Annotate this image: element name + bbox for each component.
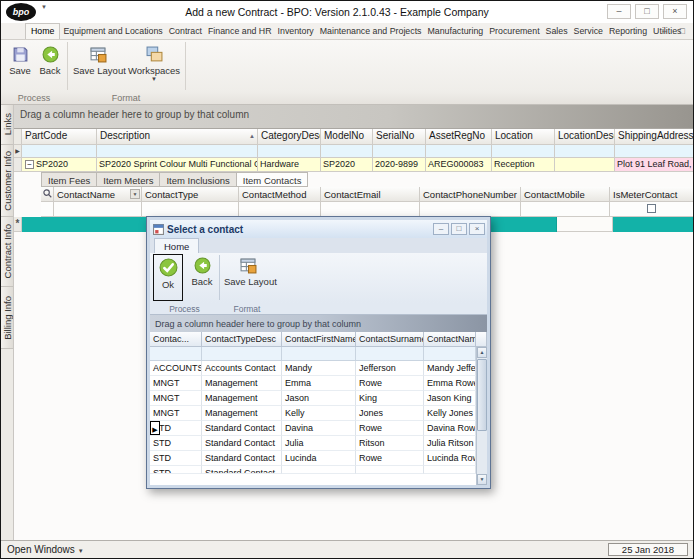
dialog-grid-row[interactable]: ACCOUNTSAccounts ContactMandyJeffersonMa… (150, 361, 487, 376)
dialog-column-header-contactsurname[interactable]: ContactSurname (356, 332, 424, 347)
detail-tab-item-meters[interactable]: Item Meters (96, 172, 159, 187)
close-button[interactable]: × (663, 4, 687, 19)
dialog-filter-cell-contactfirstname[interactable] (282, 347, 356, 361)
data-cell-shippingaddress[interactable]: Plot 91 Leaf Road, Fo (615, 158, 694, 172)
dialog-close-button[interactable]: × (469, 223, 485, 235)
detail-column-header-contactmobile[interactable]: ContactMobile (521, 187, 610, 202)
detail-column-header-ismetercontact[interactable]: IsMeterContact (610, 187, 694, 202)
column-header-location[interactable]: Location (492, 129, 555, 145)
grid-data-row[interactable]: −SP2020SP2020 Sprint Colour Multi Functi… (14, 158, 693, 172)
detail-tab-item-contacts[interactable]: Item Contacts (236, 172, 309, 187)
dialog-maximize-button[interactable]: □ (451, 223, 467, 235)
column-header-shippingaddress[interactable]: ShippingAddress (615, 129, 694, 145)
ribbon-tab-manufacturing[interactable]: Manufacturing (424, 23, 486, 40)
sidebar-tab-contract-info[interactable]: Contract Info (1, 217, 13, 287)
new-row-highlight[interactable] (613, 217, 694, 232)
column-header-serialno[interactable]: SerialNo (373, 129, 426, 145)
data-cell-partcode[interactable]: −SP2020 (22, 158, 97, 172)
sidebar-tab-billing-info[interactable]: Billing Info (1, 287, 13, 349)
minimize-button[interactable]: – (607, 4, 631, 19)
detail-tab-item-fees[interactable]: Item Fees (41, 172, 96, 187)
ribbon-minimize-icon[interactable]: – (662, 26, 667, 36)
detail-tab-item-inclusions[interactable]: Item Inclusions (159, 172, 235, 187)
maximize-button[interactable]: □ (635, 4, 659, 19)
title-bar[interactable]: bpo ▼ Add a new Contract - BPO: Version … (1, 1, 693, 23)
dialog-filter-cell-contactname[interactable] (424, 347, 476, 361)
filter-cell-locationdesc[interactable] (555, 145, 615, 158)
data-cell-locationdesc[interactable] (555, 158, 615, 172)
filter-dropdown-icon[interactable]: ▼ (130, 189, 140, 199)
quick-access-dropdown-icon[interactable]: ▼ (41, 4, 47, 10)
data-cell-serialno[interactable]: 2020-9899 (373, 158, 426, 172)
collapse-row-button[interactable]: − (25, 160, 34, 169)
scroll-up-button[interactable]: ▲ (477, 347, 487, 358)
group-by-panel[interactable]: Drag a column header here to group by th… (14, 105, 693, 129)
dialog-filter-cell-contacttypedesc[interactable] (202, 347, 282, 361)
column-header-partcode[interactable]: PartCode (22, 129, 97, 145)
ok-button[interactable]: Ok (153, 254, 183, 301)
detail-filter-cell-contactemail[interactable] (321, 202, 420, 217)
detail-filter-cell-contactmethod[interactable] (239, 202, 321, 217)
dialog-tab-home[interactable]: Home (154, 238, 199, 253)
back-button[interactable]: Back (35, 42, 65, 90)
checkbox-filter-icon[interactable] (647, 204, 656, 213)
ribbon-tab-inventory[interactable]: Inventory (275, 23, 317, 40)
column-header-locationdesc[interactable]: LocationDesc (555, 129, 615, 145)
detail-column-header-contactname[interactable]: ContactName▼ (54, 187, 142, 202)
dialog-grid-row[interactable]: MNGTManagementJasonKingJason King (150, 391, 487, 406)
save-button[interactable]: Save (5, 42, 35, 90)
filter-cell-description[interactable] (97, 145, 258, 158)
detail-column-header-contactmethod[interactable]: ContactMethod (239, 187, 321, 202)
dialog-minimize-button[interactable]: – (433, 223, 449, 235)
dialog-grid-row[interactable]: STDStandard ContactLucindaRoweLucinda Ro… (150, 451, 487, 466)
column-header-categorydesc[interactable]: CategoryDesc (258, 129, 321, 145)
detail-filter-cell-contactphonenumber[interactable] (420, 202, 521, 217)
column-header-assetregno[interactable]: AssetRegNo (426, 129, 492, 145)
dialog-grid-row[interactable]: MNGTManagementKellyJonesKelly Jones (150, 406, 487, 421)
dialog-column-header-contac[interactable]: Contac... (150, 332, 202, 347)
workspaces-button[interactable]: Workspaces ▼ (125, 42, 183, 90)
ribbon-options-icon[interactable]: □ (680, 26, 685, 36)
detail-filter-cell-contactname[interactable] (54, 202, 142, 217)
filter-cell-modelno[interactable] (321, 145, 373, 158)
filter-cell-serialno[interactable] (373, 145, 426, 158)
column-header-modelno[interactable]: ModelNo (321, 129, 373, 145)
ribbon-tab-home[interactable]: Home (25, 23, 60, 40)
sidebar-tab-links[interactable]: Links (1, 105, 13, 145)
ribbon-tab-equipment-and-locations[interactable]: Equipment and Locations (60, 23, 165, 40)
dialog-save-layout-button[interactable]: Save Layout (224, 254, 272, 301)
data-cell-categorydesc[interactable]: Hardware (258, 158, 321, 172)
save-layout-button[interactable]: Save Layout (73, 42, 123, 90)
scrollbar-thumb[interactable] (477, 359, 487, 431)
ribbon-tab-service[interactable]: Service (571, 23, 606, 40)
filter-cell-categorydesc[interactable] (258, 145, 321, 158)
dialog-filter-cell-contac[interactable] (150, 347, 202, 361)
dialog-column-header-contacttypedesc[interactable]: ContactTypeDesc (202, 332, 282, 347)
data-cell-assetregno[interactable]: AREG000083 (426, 158, 492, 172)
ribbon-tab-sales[interactable]: Sales (543, 23, 571, 40)
sidebar-tab-customer-info[interactable]: Customer Info (1, 145, 13, 217)
ribbon-tab-maintenance-and-projects[interactable]: Maintenance and Projects (317, 23, 425, 40)
detail-filter-cell-ismetercontact[interactable] (610, 202, 694, 217)
filter-cell-shippingaddress[interactable] (615, 145, 694, 158)
filter-cell-assetregno[interactable] (426, 145, 492, 158)
dialog-column-header-contactname[interactable]: ContactName (424, 332, 476, 347)
dialog-title-bar[interactable]: Select a contact – □ × (150, 220, 487, 238)
ribbon-tab-reporting[interactable]: Reporting (606, 23, 650, 40)
dialog-group-by-panel[interactable]: Drag a column header here to group by th… (150, 315, 487, 332)
detail-column-header-contactphonenumber[interactable]: ContactPhoneNumber (420, 187, 521, 202)
dialog-grid-row[interactable]: STDStandard ContactDavinaRoweDavina Rowe (150, 421, 487, 436)
open-windows-button[interactable]: Open Windows▼ (7, 544, 84, 555)
detail-column-header-contactemail[interactable]: ContactEmail (321, 187, 420, 202)
ribbon-tab-procurement[interactable]: Procurement (486, 23, 542, 40)
detail-column-header-contacttype[interactable]: ContactType (142, 187, 239, 202)
ribbon-tab-contract[interactable]: Contract (166, 23, 205, 40)
vertical-scrollbar[interactable]: ▲ ▼ (476, 347, 487, 485)
filter-cell-partcode[interactable] (22, 145, 97, 158)
scroll-down-button[interactable]: ▼ (477, 474, 487, 485)
ribbon-tab-finance-and-hr[interactable]: Finance and HR (205, 23, 275, 40)
data-cell-location[interactable]: Reception (492, 158, 555, 172)
dialog-grid-row[interactable]: STDStandard ContactJuliaRitsonJulia Rits… (150, 436, 487, 451)
detail-filter-cell-contactmobile[interactable] (521, 202, 610, 217)
dialog-filter-row[interactable] (150, 347, 487, 361)
